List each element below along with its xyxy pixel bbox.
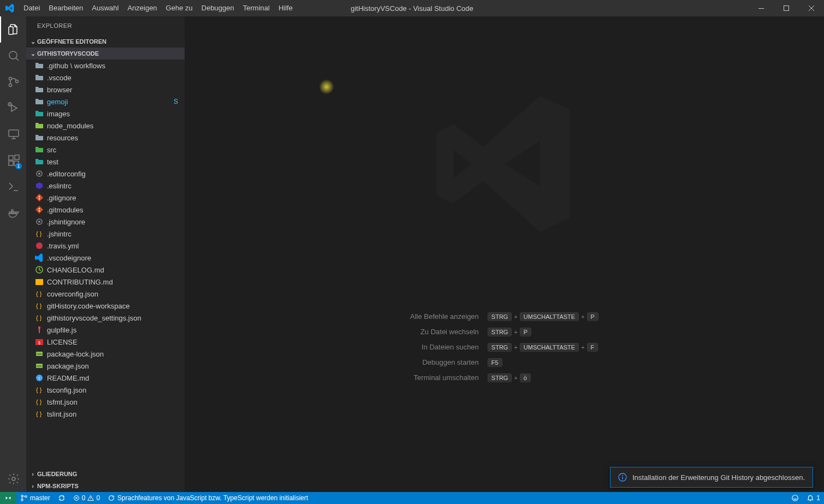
sidebar-title: EXPLORER bbox=[26, 16, 185, 35]
menu-gehe zu[interactable]: Gehe zu bbox=[162, 0, 197, 16]
tree-item-label: githistoryvscode_settings.json bbox=[47, 314, 141, 322]
tree-item[interactable]: node_modules bbox=[26, 120, 185, 132]
tree-item[interactable]: .travis.yml bbox=[26, 240, 185, 252]
plus-separator: + bbox=[514, 375, 517, 381]
tree-item[interactable]: { }tslint.json bbox=[26, 408, 185, 420]
tree-item[interactable]: CONTRIBUTING.md bbox=[26, 276, 185, 288]
keyboard-key: STRG bbox=[488, 328, 512, 336]
problems-button[interactable]: 0 0 bbox=[69, 492, 104, 504]
file-config-icon bbox=[35, 169, 44, 178]
scm-status-badge: S bbox=[174, 98, 178, 105]
keyboard-key: P bbox=[520, 328, 531, 336]
menu-auswahl[interactable]: Auswahl bbox=[87, 0, 123, 16]
file-changelog-icon bbox=[35, 265, 44, 274]
tree-item[interactable]: .editorconfig bbox=[26, 168, 185, 180]
tree-item[interactable]: gulpfile.js bbox=[26, 324, 185, 336]
tree-item[interactable]: .gitignore bbox=[26, 192, 185, 204]
tree-item-label: node_modules bbox=[47, 122, 93, 130]
svg-rect-15 bbox=[11, 210, 13, 211]
tree-item[interactable]: .github \ workflows bbox=[26, 60, 185, 72]
svg-rect-1 bbox=[784, 6, 789, 11]
settings-gear[interactable] bbox=[0, 466, 26, 492]
debug-tab[interactable] bbox=[0, 95, 26, 121]
maximize-button[interactable] bbox=[774, 0, 799, 16]
tree-item-label: .jshintignore bbox=[47, 218, 85, 226]
keyboard-key: STRG bbox=[488, 373, 512, 382]
source-control-tab[interactable] bbox=[0, 69, 26, 95]
svg-point-23 bbox=[39, 210, 40, 211]
remote-indicator[interactable] bbox=[0, 492, 16, 504]
notifications-button[interactable]: 1 bbox=[803, 492, 824, 504]
menu-anzeigen[interactable]: Anzeigen bbox=[123, 0, 161, 16]
menu-debuggen[interactable]: Debuggen bbox=[197, 0, 239, 16]
shortcut-keys: STRG+ö bbox=[488, 373, 531, 382]
menu-datei[interactable]: Datei bbox=[19, 0, 44, 16]
sync-button[interactable] bbox=[54, 492, 69, 504]
svg-rect-9 bbox=[9, 161, 13, 165]
svg-rect-29 bbox=[35, 279, 43, 285]
tree-item[interactable]: npmpackage.json bbox=[26, 360, 185, 372]
language-status[interactable]: Sprachfeatures von JavaScript bzw. TypeS… bbox=[104, 492, 312, 504]
tree-item[interactable]: src bbox=[26, 144, 185, 156]
remote-terminal-tab[interactable] bbox=[0, 174, 26, 200]
notification-toast[interactable]: Installation der Erweiterung Git History… bbox=[610, 467, 813, 488]
svg-rect-7 bbox=[9, 130, 19, 137]
tree-item[interactable]: .jshintignore bbox=[26, 216, 185, 228]
folder-icon bbox=[35, 97, 44, 106]
project-header[interactable]: ⌄ GITHISTORYVSCODE bbox=[26, 48, 185, 60]
feedback-button[interactable] bbox=[787, 492, 803, 504]
search-tab[interactable] bbox=[0, 43, 26, 69]
npm-scripts-header[interactable]: › NPM-SKRIPTS bbox=[26, 480, 185, 492]
tree-item[interactable]: { }githistoryvscode_settings.json bbox=[26, 312, 185, 324]
tree-item[interactable]: .vscodeignore bbox=[26, 252, 185, 264]
tree-item[interactable]: images bbox=[26, 108, 185, 120]
close-button[interactable] bbox=[799, 0, 824, 16]
explorer-tab[interactable] bbox=[0, 16, 26, 43]
tree-item[interactable]: { }tsconfig.json bbox=[26, 384, 185, 396]
menu-hilfe[interactable]: Hilfe bbox=[274, 0, 297, 16]
folder-icon bbox=[35, 61, 44, 70]
svg-rect-11 bbox=[15, 155, 19, 159]
file-git-icon bbox=[35, 205, 44, 214]
file-eslint-icon bbox=[35, 181, 44, 190]
extensions-tab[interactable]: 1 bbox=[0, 147, 26, 174]
tree-item-label: .gitmodules bbox=[47, 206, 83, 214]
svg-point-5 bbox=[16, 80, 19, 83]
docker-tab[interactable] bbox=[0, 200, 26, 226]
remote-explorer-tab[interactable] bbox=[0, 121, 26, 147]
tree-item[interactable]: { }gitHistory.code-workspace bbox=[26, 300, 185, 312]
tree-item[interactable]: iREADME.md bbox=[26, 372, 185, 384]
tree-item[interactable]: gemojiS bbox=[26, 96, 185, 108]
menu-bearbeiten[interactable]: Bearbeiten bbox=[44, 0, 87, 16]
tree-item[interactable]: browser bbox=[26, 84, 185, 96]
tree-item-label: .eslintrc bbox=[47, 182, 72, 190]
tree-item[interactable]: resources bbox=[26, 132, 185, 144]
tree-item[interactable]: CHANGELOG.md bbox=[26, 264, 185, 276]
tree-item-label: gulpfile.js bbox=[47, 326, 76, 334]
tree-item[interactable]: { }coverconfig.json bbox=[26, 288, 185, 300]
tree-item[interactable]: { }.jshintrc bbox=[26, 228, 185, 240]
menu-terminal[interactable]: Terminal bbox=[239, 0, 274, 16]
git-branch[interactable]: master bbox=[16, 492, 54, 504]
cursor-highlight bbox=[319, 79, 334, 94]
file-readme-icon: i bbox=[35, 373, 44, 382]
tree-item[interactable]: .eslintrc bbox=[26, 180, 185, 192]
tree-item[interactable]: .vscode bbox=[26, 72, 185, 84]
plus-separator: + bbox=[581, 313, 584, 320]
tree-item-label: .vscode bbox=[47, 74, 72, 82]
file-git-icon bbox=[35, 193, 44, 202]
open-editors-header[interactable]: ⌄ GEÖFFNETE EDITOREN bbox=[26, 35, 185, 48]
tree-item[interactable]: .gitmodules bbox=[26, 204, 185, 216]
tree-item[interactable]: test bbox=[26, 156, 185, 168]
tree-item[interactable]: npmpackage-lock.json bbox=[26, 348, 185, 360]
keyboard-key: F5 bbox=[488, 358, 502, 367]
svg-point-16 bbox=[12, 477, 15, 481]
file-json-icon: { } bbox=[35, 313, 44, 322]
tree-item[interactable]: { }tsfmt.json bbox=[26, 396, 185, 408]
outline-header[interactable]: › GLIEDERUNG bbox=[26, 468, 185, 480]
minimize-button[interactable] bbox=[749, 0, 774, 16]
tree-item[interactable]: §LICENSE bbox=[26, 336, 185, 348]
tree-item-label: coverconfig.json bbox=[47, 290, 98, 298]
plus-separator: + bbox=[514, 313, 517, 320]
keyboard-key: UMSCHALTTASTE bbox=[520, 312, 579, 321]
